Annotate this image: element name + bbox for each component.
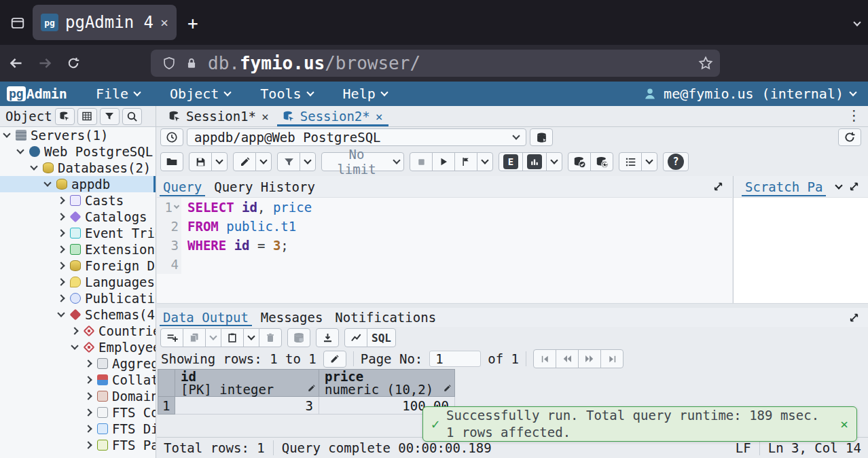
save-data-changes-button[interactable] [287, 328, 310, 347]
close-icon[interactable]: × [376, 109, 383, 124]
download-results-button[interactable] [316, 328, 339, 347]
menu-tools[interactable]: Tools [245, 82, 327, 106]
execute-button[interactable] [432, 152, 455, 171]
new-tab-button[interactable]: + [187, 11, 198, 35]
tab-messages[interactable]: Messages [255, 308, 329, 327]
expand-chevron-icon[interactable] [57, 278, 65, 285]
rollback-button[interactable] [590, 152, 613, 171]
tree-item[interactable]: Domains [0, 388, 156, 404]
save-file-menu-button[interactable] [211, 152, 228, 171]
filter-button[interactable] [277, 152, 300, 171]
firefox-view-button[interactable] [5, 11, 30, 35]
execute-options-menu-button[interactable] [477, 152, 493, 171]
results-grid[interactable]: id[PK] integerpricenumeric (10,2)13100.0… [158, 369, 455, 415]
tab-query-history[interactable]: Query History [208, 176, 321, 197]
tab-session1[interactable]: Session1* × [162, 106, 276, 126]
execute-to-cursor-button[interactable] [454, 152, 477, 171]
sql-editor[interactable]: 1SELECT id, price2FROM public.t13WHERE i… [157, 198, 732, 303]
explain-analyze-button[interactable] [522, 152, 547, 171]
expand-chevron-icon[interactable] [57, 196, 65, 204]
tree-item[interactable]: Languages [0, 274, 156, 290]
expand-chevron-icon[interactable] [57, 229, 65, 236]
paste-button[interactable] [221, 328, 244, 347]
expand-chevron-icon[interactable] [57, 262, 65, 269]
browser-tab[interactable]: pg pgAdmin 4 × [33, 5, 177, 40]
horizontal-splitter[interactable] [157, 303, 868, 308]
tree-item[interactable]: Databases(2) [0, 160, 156, 176]
collapse-chevron-icon[interactable] [16, 146, 24, 154]
grid-row[interactable]: 13100.00 [158, 397, 455, 415]
menu-help[interactable]: Help [328, 82, 402, 106]
expand-chevron-icon[interactable] [57, 213, 65, 220]
delete-row-button[interactable] [259, 328, 282, 347]
edit-menu-button[interactable] [255, 152, 272, 171]
expand-chevron-icon[interactable] [84, 408, 92, 416]
back-button[interactable] [4, 51, 29, 75]
first-page-button[interactable] [533, 349, 556, 368]
last-page-button[interactable] [600, 349, 623, 368]
tab-query[interactable]: Query [157, 176, 208, 197]
chevron-down-icon[interactable] [835, 181, 842, 189]
tree-item[interactable]: Catalogs [0, 209, 156, 225]
pencil-icon[interactable] [443, 384, 452, 393]
filtered-rows-button[interactable] [100, 108, 120, 125]
query-tool-button[interactable] [55, 108, 75, 125]
row-number-cell[interactable]: 1 [158, 397, 175, 415]
column-header-price[interactable]: pricenumeric (10,2) [319, 369, 455, 397]
tree-item[interactable]: FTS Con [0, 404, 156, 421]
tree-item[interactable]: Event Trig [0, 225, 156, 241]
tree-item[interactable]: Employees [0, 339, 156, 355]
lock-icon[interactable] [185, 57, 198, 69]
grid-cell[interactable]: 3 [175, 397, 319, 415]
tree-item[interactable]: Schemas(4) [0, 306, 156, 323]
expand-chevron-icon[interactable] [84, 359, 92, 367]
copy-button[interactable] [183, 328, 206, 347]
graph-visualiser-button[interactable] [344, 328, 367, 347]
fold-chevron-icon[interactable] [174, 203, 179, 209]
url-bar[interactable]: db.fymio.us/browser/ [151, 50, 720, 77]
prev-page-button[interactable] [556, 349, 579, 368]
tab-notifications[interactable]: Notifications [329, 308, 442, 327]
expand-chevron-icon[interactable] [71, 327, 78, 334]
user-menu[interactable]: me@fymio.us (internal) [643, 86, 868, 102]
list-all-tabs-button[interactable] [854, 15, 860, 28]
collapse-chevron-icon[interactable] [71, 342, 78, 349]
close-icon[interactable]: × [261, 109, 269, 124]
edit-button[interactable] [233, 152, 256, 171]
copy-menu-button[interactable] [205, 328, 221, 347]
tree-item[interactable]: Aggrega [0, 355, 156, 372]
tree-item[interactable]: FTS Par [0, 437, 156, 453]
macros-menu-button[interactable] [641, 152, 657, 171]
tree-item[interactable]: FTS Dic [0, 421, 156, 437]
macros-button[interactable] [619, 152, 642, 171]
tab-session2[interactable]: Session2* × [276, 106, 390, 126]
search-objects-button[interactable] [122, 108, 142, 125]
tab-data-output[interactable]: Data Output [157, 308, 255, 327]
edit-range-button[interactable] [323, 351, 346, 368]
filter-menu-button[interactable] [300, 152, 316, 171]
tree-item[interactable]: appdb [0, 176, 156, 192]
collapse-chevron-icon[interactable] [3, 130, 10, 137]
expand-chevron-icon[interactable] [57, 245, 65, 253]
tree-item[interactable]: Collati [0, 372, 156, 388]
forward-button[interactable] [33, 51, 57, 75]
expand-chevron-icon[interactable] [57, 294, 65, 302]
eol-indicator[interactable]: LF [736, 440, 751, 455]
new-connection-button[interactable] [530, 128, 553, 146]
grid-corner-cell[interactable] [158, 369, 175, 397]
tree-item[interactable]: Extensions [0, 241, 156, 258]
menu-file[interactable]: File [81, 82, 155, 106]
tree-item[interactable]: Foreign Da [0, 258, 156, 274]
expand-editor-button[interactable] [712, 181, 732, 192]
tree-item[interactable]: Casts [0, 192, 156, 209]
limit-dropdown[interactable]: No limit [321, 152, 404, 171]
tree-item[interactable]: Publicatio [0, 290, 156, 306]
open-file-button[interactable] [160, 152, 183, 171]
editor-line[interactable]: 1SELECT id, price [157, 198, 732, 217]
editor-line[interactable]: 2FROM public.t1 [157, 217, 732, 236]
explain-menu-button[interactable] [546, 152, 562, 171]
tree-item[interactable]: Web PostgreSQL [0, 143, 156, 160]
stop-button[interactable] [410, 152, 433, 171]
reload-button[interactable] [61, 51, 86, 75]
tree-item[interactable]: Servers(1) [0, 127, 156, 143]
